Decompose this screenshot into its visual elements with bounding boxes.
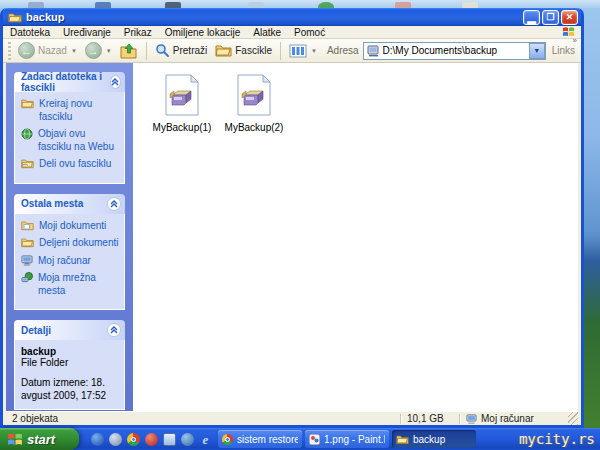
toolbar-grip[interactable] bbox=[8, 42, 11, 60]
chevron-right-icon[interactable]: » bbox=[573, 36, 577, 45]
other-places-panel: Ostala mesta bbox=[14, 194, 125, 311]
status-zone: Moj računar bbox=[460, 412, 568, 425]
menu-prikaz[interactable]: Prikaz bbox=[124, 27, 152, 38]
links-toolbar[interactable]: » Links bbox=[552, 45, 575, 56]
up-button[interactable] bbox=[116, 41, 142, 61]
browser-icon[interactable] bbox=[91, 433, 104, 446]
task-pane: Zadaci datoteka i fascikli bbox=[6, 63, 133, 411]
window-title: backup bbox=[26, 11, 521, 23]
taskbar-button-backup[interactable]: backup bbox=[392, 430, 476, 448]
place-network-places[interactable]: Moja mrežna mesta bbox=[21, 272, 120, 297]
address-label: Adresa bbox=[327, 45, 359, 56]
taskbar-button-paintnet[interactable]: 1.png - Paint.NET v3.36 bbox=[305, 430, 389, 448]
place-shared-documents[interactable]: Deljeni dokumenti bbox=[21, 237, 120, 250]
folders-button[interactable]: Fascikle bbox=[211, 42, 276, 59]
minimize-button[interactable]: ▬ bbox=[523, 10, 540, 25]
start-label: start bbox=[27, 432, 55, 447]
back-button[interactable]: ← Nazad ▼ bbox=[14, 40, 81, 61]
opera-icon[interactable] bbox=[145, 433, 158, 446]
desktop-top-strip bbox=[0, 0, 600, 8]
views-icon bbox=[289, 44, 307, 58]
menu-bar: Datoteka Uređivanje Prikaz Omiljene loka… bbox=[3, 26, 581, 39]
details-modified-date: Datum izmene: 18. avgust 2009, 17:52 bbox=[21, 376, 120, 402]
status-object-count: 2 objekata bbox=[6, 412, 400, 425]
menu-uredjivanje[interactable]: Uređivanje bbox=[63, 27, 111, 38]
drive-icon bbox=[367, 45, 380, 57]
shared-documents-icon bbox=[21, 237, 34, 248]
other-places-header[interactable]: Ostala mesta bbox=[14, 194, 125, 214]
status-disk-size: 10,1 GB bbox=[401, 412, 459, 425]
folder-open-icon bbox=[8, 11, 22, 23]
file-mybackup2[interactable]: MyBackup(2) bbox=[221, 74, 287, 133]
my-computer-icon bbox=[466, 414, 477, 424]
backup-file-icon bbox=[236, 74, 272, 116]
watermark: mycity.rs bbox=[519, 431, 595, 447]
start-button[interactable]: start bbox=[0, 428, 79, 450]
up-folder-icon bbox=[120, 43, 138, 59]
menu-pomoc[interactable]: Pomoć bbox=[294, 27, 325, 38]
forward-icon: → bbox=[85, 42, 102, 59]
place-my-documents[interactable]: Moji dokumenti bbox=[21, 220, 120, 233]
details-folder-name: backup bbox=[21, 346, 120, 357]
menu-omiljene-lokacije[interactable]: Omiljene lokacije bbox=[165, 27, 241, 38]
share-folder-icon bbox=[21, 158, 34, 169]
chrome-icon[interactable] bbox=[127, 433, 140, 446]
resize-grip[interactable] bbox=[568, 412, 578, 425]
explorer-window: backup ▬ ❐ ✕ Datoteka Uređivanje Prikaz … bbox=[0, 8, 584, 428]
task-publish-web[interactable]: Objavi ovu fasciklu na Webu bbox=[21, 128, 120, 153]
panel-title: Ostala mesta bbox=[21, 198, 83, 209]
maximize-button[interactable]: ❐ bbox=[542, 10, 559, 25]
title-bar[interactable]: backup ▬ ❐ ✕ bbox=[3, 8, 581, 26]
paintnet-icon bbox=[309, 434, 320, 445]
details-header[interactable]: Detalji bbox=[14, 320, 125, 340]
messenger-icon[interactable] bbox=[109, 433, 122, 446]
publish-web-icon bbox=[21, 128, 33, 140]
close-button[interactable]: ✕ bbox=[561, 10, 578, 25]
forward-button[interactable]: → ▼ bbox=[81, 40, 116, 61]
toolbar-separator bbox=[146, 42, 147, 60]
details-folder-type: File Folder bbox=[21, 357, 120, 368]
address-input[interactable]: D:\My Documents\backup ▼ bbox=[363, 42, 546, 60]
file-tasks-header[interactable]: Zadaci datoteka i fascikli bbox=[14, 72, 125, 92]
back-dropdown-icon[interactable]: ▼ bbox=[71, 48, 77, 54]
file-mybackup1[interactable]: MyBackup(1) bbox=[149, 74, 215, 133]
search-button[interactable]: Pretraži bbox=[151, 41, 211, 60]
toolbar-separator bbox=[280, 42, 281, 60]
chrome-icon bbox=[222, 434, 233, 445]
network-places-icon bbox=[21, 272, 33, 283]
file-list-area[interactable]: MyBackup(1) bbox=[133, 63, 578, 411]
forward-dropdown-icon[interactable]: ▼ bbox=[106, 48, 112, 54]
collapse-chevron-icon[interactable] bbox=[110, 75, 121, 89]
views-button[interactable]: ▼ bbox=[285, 42, 321, 60]
task-share-folder[interactable]: Deli ovu fasciklu bbox=[21, 158, 120, 171]
place-my-computer[interactable]: Moj računar bbox=[21, 255, 120, 268]
my-computer-icon bbox=[21, 255, 33, 266]
taskbar-button-sistem-restore[interactable]: sistem restore ne radi... bbox=[218, 430, 302, 448]
file-name: MyBackup(2) bbox=[225, 122, 284, 133]
views-dropdown-icon[interactable]: ▼ bbox=[311, 48, 317, 54]
app-icon[interactable] bbox=[181, 433, 194, 446]
address-value: D:\My Documents\backup bbox=[383, 45, 529, 56]
panel-title: Detalji bbox=[21, 325, 51, 336]
taskbar: start e sistem restore ne radi... bbox=[0, 428, 600, 450]
collapse-chevron-icon[interactable] bbox=[107, 323, 121, 337]
status-bar: 2 objekata 10,1 GB Moj računar bbox=[6, 411, 578, 425]
file-tasks-panel: Zadaci datoteka i fascikli bbox=[14, 72, 125, 184]
file-name: MyBackup(1) bbox=[153, 122, 212, 133]
panel-title: Zadaci datoteka i fascikli bbox=[21, 71, 110, 93]
address-dropdown-button[interactable]: ▼ bbox=[529, 43, 545, 59]
task-create-folder[interactable]: Kreiraj novu fasciklu bbox=[21, 98, 120, 123]
desktop: backup ▬ ❐ ✕ Datoteka Uređivanje Prikaz … bbox=[0, 0, 600, 450]
collapse-chevron-icon[interactable] bbox=[107, 197, 121, 211]
window-content: Zadaci datoteka i fascikli bbox=[6, 63, 578, 411]
mail-icon[interactable] bbox=[163, 433, 176, 446]
menu-datoteka[interactable]: Datoteka bbox=[10, 27, 50, 38]
folder-icon bbox=[396, 434, 409, 445]
menu-alatke[interactable]: Alatke bbox=[253, 27, 281, 38]
my-documents-icon bbox=[21, 220, 34, 231]
status-zone-label: Moj računar bbox=[481, 413, 534, 424]
backup-file-icon bbox=[164, 74, 200, 116]
internet-explorer-icon[interactable]: e bbox=[199, 433, 212, 446]
back-icon: ← bbox=[18, 42, 35, 59]
search-icon bbox=[155, 43, 170, 58]
